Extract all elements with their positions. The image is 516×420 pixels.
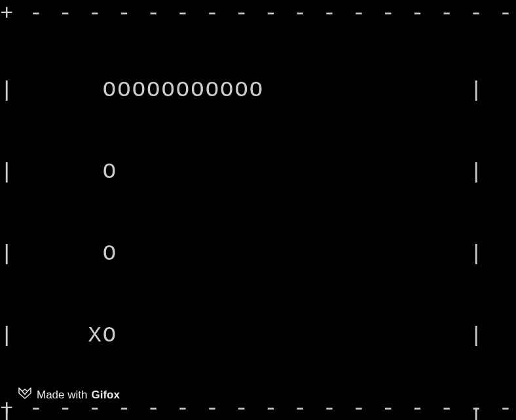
game-board[interactable]: + - - - - - - - - - - - - - - - - - - - …	[0, 0, 516, 420]
game-row: | O |	[0, 154, 516, 191]
watermark: Made with Gifox	[17, 385, 120, 404]
game-row: | OOOOOOOOOOO |	[0, 72, 516, 109]
watermark-brand-text: Gifox	[91, 389, 119, 402]
border-top: + - - - - - - - - - - - - - - - - - - - …	[0, 3, 516, 25]
fox-icon	[17, 385, 33, 404]
watermark-made-text: Made with	[37, 389, 87, 402]
game-rows: | OOOOOOOOOOO | | O | | O | | XO | | | |	[0, 27, 516, 420]
game-row: | O |	[0, 236, 516, 273]
game-row: | XO |	[0, 317, 516, 355]
